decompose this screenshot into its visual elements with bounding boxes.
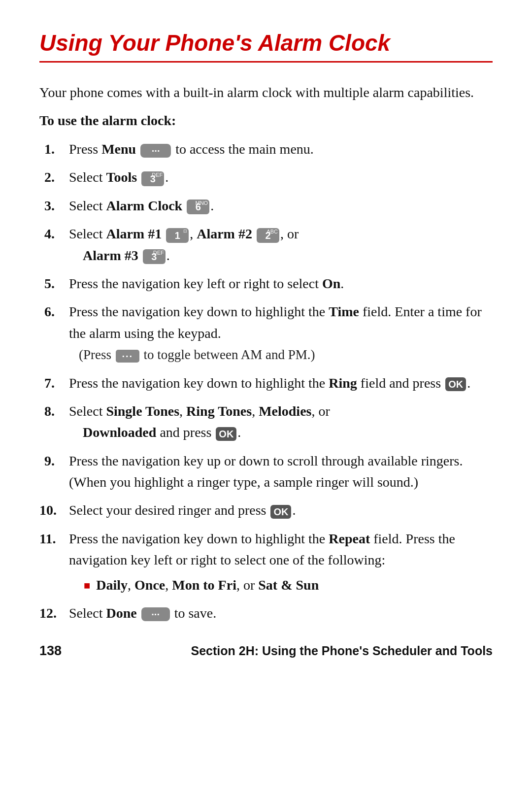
step-8-bold2: Ring Tones [186, 403, 252, 419]
repeat-option-item: ■ Daily, Once, Mon to Fri, or Sat & Sun [84, 575, 493, 596]
step-12: 12. Select Done ··· to save. [69, 602, 493, 624]
step-4-bold1: Alarm #1 [106, 226, 162, 241]
step-10-num: 10. [39, 499, 57, 521]
step-2: 2. Select Tools 3 DEF . [69, 166, 493, 188]
ok-key-10: OK [270, 505, 291, 519]
step-12-num: 12. [39, 602, 57, 624]
step-8-bold4: Downloaded [83, 425, 156, 440]
step-5-num: 5. [44, 273, 55, 294]
step-1: 1. Press Menu ··· to access the main men… [69, 138, 493, 160]
intro-paragraph: Your phone comes with a built-in alarm c… [39, 82, 493, 103]
step-1-num: 1. [44, 138, 55, 160]
tools-key: 3 DEF [141, 171, 164, 186]
step-5-bold: On [322, 276, 340, 291]
step-9-num: 9. [44, 450, 55, 471]
alarm3-key: 3 DEF [143, 249, 166, 264]
step-7-bold: Ring [329, 375, 357, 391]
footer-section-text: Section 2H: Using the Phone's Scheduler … [191, 644, 493, 658]
step-3: 3. Select Alarm Clock 6 MNO . [69, 195, 493, 216]
step-8-num: 8. [44, 400, 55, 422]
step-10: 10. Select your desired ringer and press… [69, 499, 493, 521]
step-4-bold2: Alarm #2 [197, 226, 252, 241]
step-11-bold: Repeat [329, 531, 370, 546]
menu-key: ··· [140, 144, 171, 158]
step-6-bold: Time [329, 304, 359, 319]
alarmclock-key: 6 MNO [187, 200, 209, 214]
page-footer: 138 Section 2H: Using the Phone's Schedu… [39, 643, 493, 659]
step-2-num: 2. [44, 166, 55, 188]
step-3-bold: Alarm Clock [106, 198, 182, 213]
done-key: ··· [141, 607, 170, 621]
step-11-num: 11. [39, 528, 56, 549]
step-5: 5. Press the navigation key left or righ… [69, 273, 493, 294]
step-6-num: 6. [44, 301, 55, 322]
step-7-num: 7. [44, 372, 55, 394]
step-8-bold3: Melodies [259, 403, 311, 419]
repeat-option-text: Daily, Once, Mon to Fri, or Sat & Sun [96, 575, 319, 596]
satsun-label: Sat & Sun [258, 577, 319, 593]
alarm1-key: 1 ⊡ [166, 228, 189, 243]
footer-page-num: 138 [39, 643, 62, 659]
ok-key-8: OK [216, 427, 236, 441]
step-6: 6. Press the navigation key down to high… [69, 301, 493, 365]
step-2-bold: Tools [106, 169, 137, 185]
step-4-num: 4. [44, 223, 55, 244]
step-8-bold1: Single Tones [106, 403, 179, 419]
monfri-label: Mon to Fri [172, 577, 236, 593]
once-label: Once [134, 577, 165, 593]
step-9: 9. Press the navigation key up or down t… [69, 450, 493, 493]
step-6-note: (Press ··· to toggle between AM and PM.) [69, 347, 315, 362]
daily-label: Daily [96, 577, 128, 593]
steps-list: 1. Press Menu ··· to access the main men… [39, 138, 493, 624]
bullet-icon: ■ [84, 577, 90, 594]
section-label: To use the alarm clock: [39, 113, 493, 129]
alarm2-key: 2 ABC [257, 228, 279, 243]
step-7: 7. Press the navigation key down to high… [69, 372, 493, 394]
step-4: 4. Select Alarm #1 1 ⊡ , Alarm #2 2 ABC … [69, 223, 493, 266]
step-8: 8. Select Single Tones, Ring Tones, Melo… [69, 400, 493, 443]
step-4-bold3: Alarm #3 [83, 248, 138, 263]
step-1-bold: Menu [101, 141, 136, 157]
step-12-bold: Done [106, 605, 136, 621]
step-11: 11. Press the navigation key down to hig… [69, 528, 493, 596]
title-divider [39, 61, 493, 63]
ok-key-7: OK [445, 377, 466, 391]
page-title: Using Your Phone's Alarm Clock [39, 30, 493, 56]
step-3-num: 3. [44, 195, 55, 216]
toggle-key: ··· [116, 350, 139, 363]
repeat-options: ■ Daily, Once, Mon to Fri, or Sat & Sun [69, 575, 493, 596]
